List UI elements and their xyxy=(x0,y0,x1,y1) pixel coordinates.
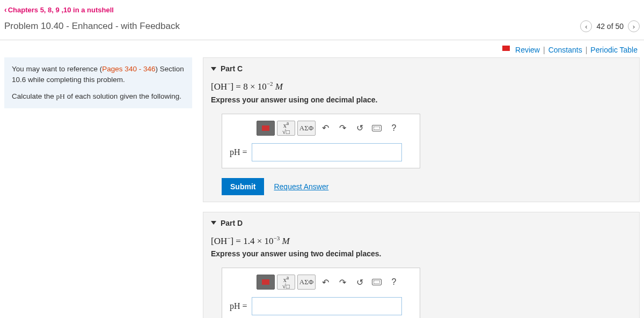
ph-label: pH = xyxy=(230,147,247,157)
flag-icon xyxy=(502,46,510,51)
part-d-answer-box: xa√□ ΑΣΦ ↶ ↷ ↺ ? pH = xyxy=(222,268,420,318)
templates-button[interactable] xyxy=(257,121,275,136)
ref-text: of each solution given the following. xyxy=(65,92,181,100)
part-c-header[interactable]: Part C xyxy=(211,64,632,73)
chevron-left-icon: ‹ xyxy=(4,5,7,14)
keyboard-button[interactable] xyxy=(369,275,384,290)
part-c-submit-button[interactable]: Submit xyxy=(222,178,264,195)
fraction-button[interactable]: xa√□ xyxy=(277,275,295,290)
templates-button[interactable] xyxy=(257,275,275,290)
help-button[interactable]: ? xyxy=(386,121,401,136)
ref-pages: Pages 340 - 346 xyxy=(102,65,155,73)
part-d-block: Part D [OH−] = 1.4 × 10−3 M Express your… xyxy=(203,212,640,318)
prev-problem-button[interactable]: ‹ xyxy=(580,20,592,32)
part-d-instruction: Express your answer using two decimal pl… xyxy=(211,249,632,258)
next-problem-button[interactable]: › xyxy=(628,20,640,32)
caret-down-icon xyxy=(211,67,216,71)
review-link[interactable]: Review xyxy=(515,46,540,54)
part-d-answer-input[interactable] xyxy=(252,297,402,315)
reset-button[interactable]: ↺ xyxy=(352,275,367,290)
ref-text: You may want to reference ( xyxy=(12,65,102,73)
part-d-label: Part D xyxy=(221,219,243,227)
reset-button[interactable]: ↺ xyxy=(352,121,367,136)
help-button[interactable]: ? xyxy=(386,275,401,290)
undo-button[interactable]: ↶ xyxy=(318,121,333,136)
part-c-answer-input[interactable] xyxy=(252,143,402,161)
ph-label: pH = xyxy=(230,301,247,311)
keyboard-button[interactable] xyxy=(369,121,384,136)
ref-text: Calculate the xyxy=(12,92,56,100)
part-c-answer-box: xa√□ ΑΣΦ ↶ ↷ ↺ ? pH = xyxy=(222,114,420,168)
constants-link[interactable]: Constants xyxy=(548,46,582,54)
redo-button[interactable]: ↷ xyxy=(335,121,350,136)
greek-button[interactable]: ΑΣΦ xyxy=(297,121,316,136)
problem-counter: 42 of 50 xyxy=(596,22,624,31)
redo-button[interactable]: ↷ xyxy=(335,275,350,290)
part-c-label: Part C xyxy=(221,64,243,73)
part-d-formula: [OH−] = 1.4 × 10−3 M xyxy=(211,235,632,247)
separator: | xyxy=(543,46,545,54)
part-c-request-answer-link[interactable]: Request Answer xyxy=(274,182,328,191)
part-d-header[interactable]: Part D xyxy=(211,219,632,227)
part-c-formula: [OH−] = 8 × 10−2 M xyxy=(211,80,632,92)
undo-button[interactable]: ↶ xyxy=(318,275,333,290)
ref-ph: pH xyxy=(56,92,65,100)
greek-button[interactable]: ΑΣΦ xyxy=(297,275,316,290)
reference-box: You may want to reference (Pages 340 - 3… xyxy=(4,57,192,108)
separator: | xyxy=(586,46,588,54)
part-c-instruction: Express your answer using one decimal pl… xyxy=(211,95,632,104)
part-c-block: Part C [OH−] = 8 × 10−2 M Express your a… xyxy=(203,57,640,202)
periodic-table-link[interactable]: Periodic Table xyxy=(590,46,638,54)
back-link[interactable]: ‹ Chapters 5, 8, 9 ,10 in a nutshell xyxy=(4,5,114,14)
caret-down-icon xyxy=(211,221,216,225)
fraction-button[interactable]: xa√□ xyxy=(277,121,295,136)
back-link-text: Chapters 5, 8, 9 ,10 in a nutshell xyxy=(8,6,114,14)
problem-title: Problem 10.40 - Enhanced - with Feedback xyxy=(4,21,180,32)
